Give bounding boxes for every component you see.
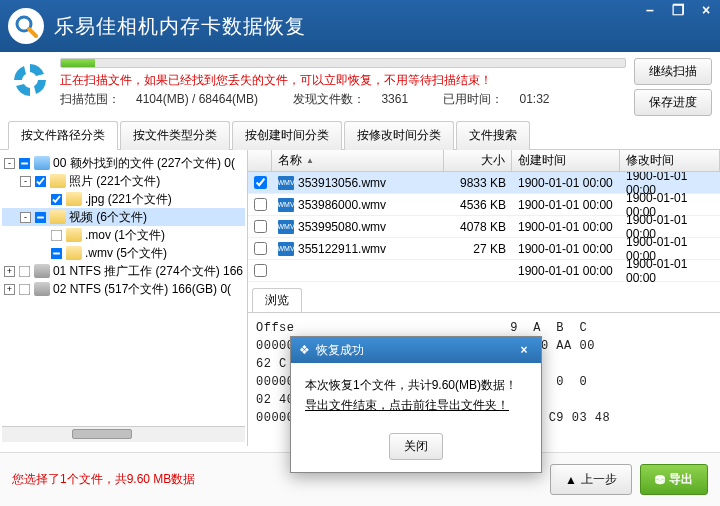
wmv-icon: WMV	[278, 220, 294, 234]
grid-body: WMV353913056.wmv9833 KB1900-01-01 00:001…	[248, 172, 720, 282]
tree-checkbox[interactable]	[51, 229, 63, 241]
file-name: 353913056.wmv	[298, 176, 386, 190]
tab-ctime[interactable]: 按创建时间分类	[232, 121, 342, 150]
wmv-icon: WMV	[278, 242, 294, 256]
tree-label: 02 NTFS (517个文件) 166(GB) 0(	[53, 280, 231, 298]
row-checkbox[interactable]	[254, 198, 267, 211]
save-progress-button[interactable]: 保存进度	[634, 89, 712, 116]
row-checkbox[interactable]	[254, 220, 267, 233]
folder-icon	[66, 192, 82, 206]
file-mtime: 1900-01-01 00:00	[620, 255, 720, 283]
prev-step-button[interactable]: ▲上一步	[550, 464, 632, 495]
range-value: 4104(MB) / 68464(MB)	[136, 92, 258, 106]
scan-spinner-icon	[8, 58, 52, 102]
tree-checkbox[interactable]	[19, 283, 31, 295]
preview-tab-browse[interactable]: 浏览	[252, 288, 302, 312]
tree-checkbox[interactable]	[35, 211, 47, 223]
col-ctime[interactable]: 创建时间	[512, 150, 620, 171]
tab-search[interactable]: 文件搜索	[456, 121, 530, 150]
file-size: 27 KB	[444, 240, 512, 258]
continue-scan-button[interactable]: 继续扫描	[634, 58, 712, 85]
dialog-buttons: 关闭	[291, 427, 541, 472]
window-controls: – ❐ ×	[636, 0, 720, 20]
tab-filetype[interactable]: 按文件类型分类	[120, 121, 230, 150]
scan-side-buttons: 继续扫描 保存进度	[634, 58, 712, 116]
col-check[interactable]	[248, 150, 272, 171]
footer-buttons: ▲上一步 ⛃导出	[550, 464, 708, 495]
selection-summary: 您选择了1个文件，共9.60 MB数据	[12, 471, 195, 488]
col-name[interactable]: 名称▲	[272, 150, 444, 171]
tree-label: .wmv (5个文件)	[85, 244, 167, 262]
status-row: 正在扫描文件，如果已经找到您丢失的文件，可以立即恢复，不用等待扫描结束！ 扫描范…	[0, 52, 720, 120]
tree-node[interactable]: -00 额外找到的文件 (227个文件) 0(	[2, 154, 245, 172]
maximize-button[interactable]: ❐	[664, 0, 692, 20]
dialog-body: 本次恢复1个文件，共计9.60(MB)数据！ 导出文件结束，点击前往导出文件夹！	[291, 363, 541, 427]
titlebar: 乐易佳相机内存卡数据恢复 – ❐ ×	[0, 0, 720, 52]
svg-line-1	[29, 29, 36, 36]
main-area: 正在扫描文件，如果已经找到您丢失的文件，可以立即恢复，不用等待扫描结束！ 扫描范…	[0, 52, 720, 452]
scan-stats: 扫描范围：4104(MB) / 68464(MB) 发现文件数：3361 已用时…	[60, 91, 626, 108]
tree-label: 00 额外找到的文件 (227个文件) 0(	[53, 154, 235, 172]
dialog-close-icon[interactable]: ×	[515, 341, 533, 359]
grid-header: 名称▲ 大小 创建时间 修改时间	[248, 150, 720, 172]
tree-checkbox[interactable]	[19, 265, 31, 277]
col-mtime[interactable]: 修改时间	[620, 150, 720, 171]
export-icon: ⛃	[655, 473, 665, 487]
scan-progress	[60, 58, 626, 68]
tab-mtime[interactable]: 按修改时间分类	[344, 121, 454, 150]
tree-node[interactable]: +01 NTFS 推广工作 (274个文件) 166	[2, 262, 245, 280]
tree-node[interactable]: .jpg (221个文件)	[2, 190, 245, 208]
tree-scrollbar[interactable]	[2, 426, 245, 442]
folder-icon	[66, 228, 82, 242]
file-ctime: 1900-01-01 00:00	[512, 262, 620, 280]
dialog-open-folder-link[interactable]: 导出文件结束，点击前往导出文件夹！	[305, 395, 527, 415]
tree-expand-icon[interactable]: +	[4, 266, 15, 277]
tree-node[interactable]: +02 NTFS (517个文件) 166(GB) 0(	[2, 280, 245, 298]
tree-node[interactable]: -视频 (6个文件)	[2, 208, 245, 226]
prev-arrow-icon: ▲	[565, 473, 577, 487]
tree-label: .jpg (221个文件)	[85, 190, 172, 208]
file-row[interactable]: 1900-01-01 00:001900-01-01 00:00	[248, 260, 720, 282]
tree-checkbox[interactable]	[51, 193, 63, 205]
wmv-icon: WMV	[278, 176, 294, 190]
tree-expand-icon[interactable]: +	[4, 284, 15, 295]
found-label: 发现文件数：	[293, 92, 365, 106]
app-title: 乐易佳相机内存卡数据恢复	[54, 13, 306, 40]
classify-tabs: 按文件路径分类 按文件类型分类 按创建时间分类 按修改时间分类 文件搜索	[0, 120, 720, 150]
tab-path[interactable]: 按文件路径分类	[8, 121, 118, 150]
tree-node[interactable]: -照片 (221个文件)	[2, 172, 245, 190]
file-name: 353995080.wmv	[298, 220, 386, 234]
tree-expand-icon[interactable]: -	[4, 158, 15, 169]
tree-node[interactable]: .wmv (5个文件)	[2, 244, 245, 262]
file-name: 353986000.wmv	[298, 198, 386, 212]
tree-checkbox[interactable]	[35, 175, 47, 187]
dialog-close-button[interactable]: 关闭	[389, 433, 443, 460]
preview-tabs: 浏览	[248, 282, 720, 313]
tree-expand-icon[interactable]: -	[20, 176, 31, 187]
folder-icon	[50, 210, 66, 224]
tree-checkbox[interactable]	[51, 247, 63, 259]
file-size: 4536 KB	[444, 196, 512, 214]
row-checkbox[interactable]	[254, 264, 267, 277]
row-checkbox[interactable]	[254, 176, 267, 189]
sort-asc-icon: ▲	[306, 156, 314, 165]
folder-icon	[66, 246, 82, 260]
file-ctime: 1900-01-01 00:00	[512, 174, 620, 192]
row-checkbox[interactable]	[254, 242, 267, 255]
root-icon	[34, 156, 50, 170]
close-button[interactable]: ×	[692, 0, 720, 20]
col-size[interactable]: 大小	[444, 150, 512, 171]
dialog-titlebar[interactable]: ❖ 恢复成功 ×	[291, 337, 541, 363]
tree-node[interactable]: .mov (1个文件)	[2, 226, 245, 244]
recovery-success-dialog: ❖ 恢复成功 × 本次恢复1个文件，共计9.60(MB)数据！ 导出文件结束，点…	[290, 336, 542, 473]
folder-tree[interactable]: -00 额外找到的文件 (227个文件) 0(-照片 (221个文件).jpg …	[0, 150, 248, 446]
tree-checkbox[interactable]	[19, 157, 31, 169]
file-ctime: 1900-01-01 00:00	[512, 218, 620, 236]
file-size: 9833 KB	[444, 174, 512, 192]
export-button[interactable]: ⛃导出	[640, 464, 708, 495]
drive-icon	[34, 282, 50, 296]
minimize-button[interactable]: –	[636, 0, 664, 20]
tree-expand-icon[interactable]: -	[20, 212, 31, 223]
app-logo	[8, 8, 44, 44]
scan-message: 正在扫描文件，如果已经找到您丢失的文件，可以立即恢复，不用等待扫描结束！	[60, 72, 626, 89]
